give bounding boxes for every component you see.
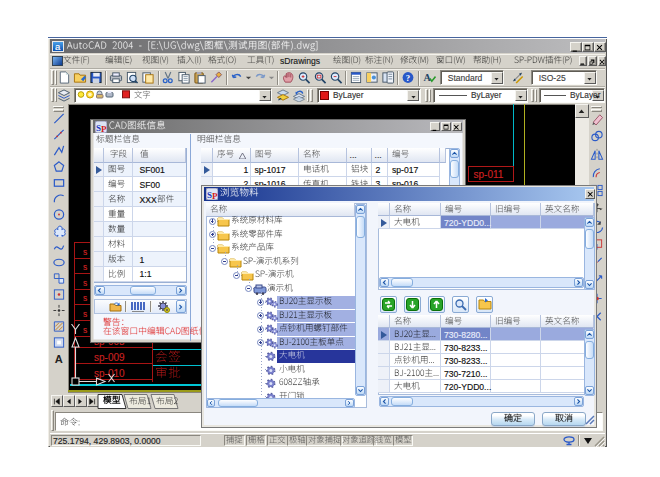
svg-text:P: P [212, 190, 218, 200]
svg-text:A: A [423, 72, 431, 83]
svg-text:A: A [54, 353, 62, 365]
svg-text:?: ? [406, 72, 410, 82]
svg-text:P: P [101, 123, 107, 133]
